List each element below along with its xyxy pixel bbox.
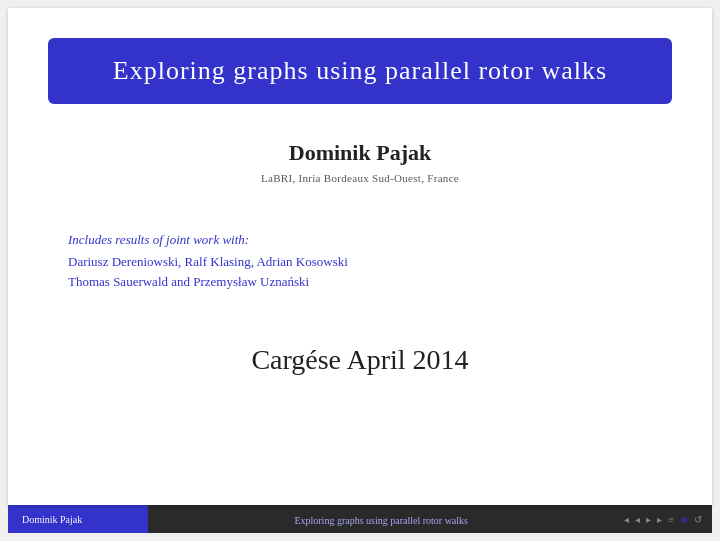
nav-prev-icon[interactable]: ◂	[635, 514, 640, 525]
author-affiliation: LaBRI, Inria Bordeaux Sud-Ouest, France	[8, 172, 712, 184]
joint-work-label: Includes results of joint work with:	[68, 232, 712, 248]
bottom-bar-author: Dominik Pajak	[8, 505, 148, 533]
bottom-bar: Dominik Pajak Exploring graphs using par…	[8, 505, 712, 533]
slide-container: Exploring graphs using parallel rotor wa…	[8, 8, 712, 505]
bottom-title-label: Exploring graphs using parallel rotor wa…	[294, 515, 468, 526]
author-section: Dominik Pajak LaBRI, Inria Bordeaux Sud-…	[8, 140, 712, 184]
author-name: Dominik Pajak	[8, 140, 712, 166]
joint-work-section: Includes results of joint work with: Dar…	[8, 232, 712, 294]
collaborator-line-1: Dariusz Dereniowski, Ralf Klasing, Adria…	[68, 254, 712, 270]
nav-next-next-icon[interactable]: ▸	[657, 514, 662, 525]
collaborator-line-2: Thomas Sauerwald and Przemysław Uznański	[68, 274, 712, 290]
conference-name: Cargése April 2014	[8, 344, 712, 376]
bottom-bar-title: Exploring graphs using parallel rotor wa…	[148, 510, 614, 528]
nav-prev-prev-icon[interactable]: ◂	[624, 514, 629, 525]
bottom-author-label: Dominik Pajak	[22, 514, 82, 525]
nav-next-icon[interactable]: ▸	[646, 514, 651, 525]
bottom-bar-nav: ◂ ◂ ▸ ▸ ≡ ⊕ ↺	[614, 514, 712, 525]
nav-menu-icon[interactable]: ≡	[668, 514, 674, 525]
nav-refresh-icon[interactable]: ↺	[694, 514, 702, 525]
slide-title: Exploring graphs using parallel rotor wa…	[78, 56, 642, 86]
conference-section: Cargése April 2014	[8, 344, 712, 376]
title-banner: Exploring graphs using parallel rotor wa…	[48, 38, 672, 104]
nav-zoom-icon[interactable]: ⊕	[680, 514, 688, 525]
